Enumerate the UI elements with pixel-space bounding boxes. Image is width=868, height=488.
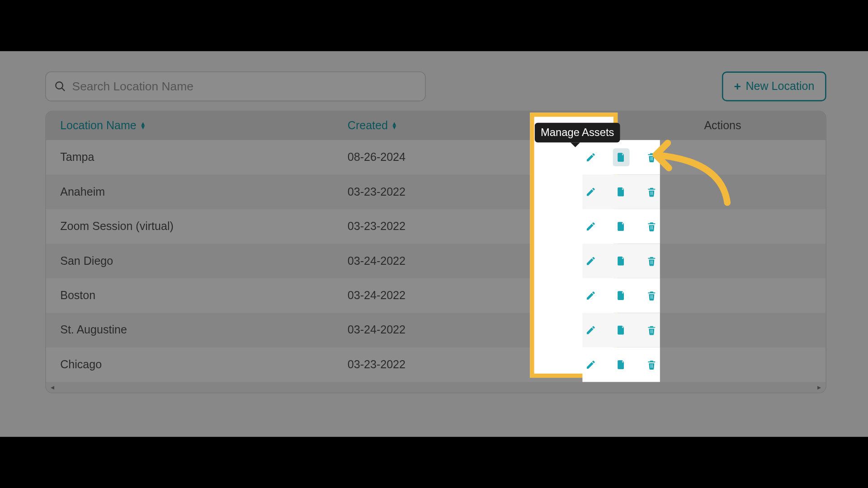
- trash-icon: [646, 187, 657, 197]
- manage-assets-button[interactable]: [613, 356, 629, 374]
- document-icon: [616, 187, 627, 197]
- pencil-icon: [585, 256, 596, 267]
- cell-actions: [582, 347, 660, 382]
- search-icon: [54, 80, 66, 92]
- search-input[interactable]: [72, 80, 417, 93]
- toolbar: + New Location: [45, 71, 826, 101]
- cell-actions: [582, 244, 660, 278]
- document-icon: [616, 221, 627, 232]
- delete-button[interactable]: [644, 217, 660, 235]
- horizontal-scrollbar[interactable]: ◄ ►: [46, 382, 826, 393]
- pencil-icon: [585, 187, 596, 197]
- table-row: Tampa08-26-2024: [46, 140, 826, 174]
- trash-icon: [646, 325, 657, 336]
- cell-location-name: Zoom Session (virtual): [46, 220, 348, 233]
- delete-button[interactable]: [644, 321, 660, 339]
- trash-icon: [646, 256, 657, 267]
- trash-icon: [646, 290, 657, 301]
- column-header-name[interactable]: Location Name ▲▼: [46, 119, 348, 132]
- search-box[interactable]: [45, 71, 425, 101]
- cell-location-name: Tampa: [46, 151, 348, 164]
- edit-button[interactable]: [582, 183, 599, 201]
- delete-button[interactable]: [644, 252, 660, 270]
- new-location-button[interactable]: + New Location: [722, 71, 826, 101]
- manage-assets-button[interactable]: [613, 252, 629, 270]
- sort-icon: ▲▼: [140, 122, 146, 129]
- column-header-created-label: Created: [348, 119, 388, 132]
- cell-created: 03-24-2022: [348, 324, 523, 337]
- edit-button[interactable]: [582, 217, 599, 235]
- edit-button[interactable]: [582, 148, 599, 166]
- document-icon: [616, 152, 627, 163]
- document-icon: [616, 290, 627, 301]
- table-header: Location Name ▲▼ Created ▲▼ Actions: [46, 112, 826, 140]
- cell-created: 03-24-2022: [348, 254, 523, 267]
- tooltip-manage-assets: Manage Assets: [535, 123, 620, 143]
- scroll-right-icon[interactable]: ►: [816, 384, 822, 391]
- scroll-left-icon[interactable]: ◄: [49, 384, 55, 391]
- cell-created: 03-23-2022: [348, 185, 523, 198]
- pencil-icon: [585, 152, 596, 163]
- pencil-icon: [585, 290, 596, 301]
- delete-button[interactable]: [644, 183, 660, 201]
- table-row: Chicago03-23-2022: [46, 347, 826, 382]
- delete-button[interactable]: [644, 148, 660, 166]
- delete-button[interactable]: [644, 286, 660, 305]
- pencil-icon: [585, 325, 596, 336]
- pencil-icon: [585, 359, 596, 370]
- cell-actions: [582, 140, 660, 174]
- table-row: Anaheim03-23-2022: [46, 174, 826, 209]
- trash-icon: [646, 152, 657, 163]
- document-icon: [616, 256, 627, 267]
- cell-actions: [582, 313, 660, 347]
- pencil-icon: [585, 221, 596, 232]
- manage-assets-button[interactable]: [613, 148, 629, 166]
- column-header-name-label: Location Name: [60, 119, 137, 132]
- cell-location-name: Boston: [46, 289, 348, 302]
- cell-created: 03-23-2022: [348, 220, 523, 233]
- cell-created: 03-24-2022: [348, 289, 523, 302]
- trash-icon: [646, 359, 657, 370]
- column-header-actions: Actions: [660, 119, 826, 132]
- document-icon: [616, 359, 627, 370]
- locations-table: Location Name ▲▼ Created ▲▼ Actions Tamp…: [45, 111, 826, 393]
- manage-assets-button[interactable]: [613, 286, 629, 305]
- trash-icon: [646, 221, 657, 232]
- new-location-label: New Location: [746, 80, 815, 93]
- manage-assets-button[interactable]: [613, 183, 629, 201]
- document-icon: [616, 325, 627, 336]
- cell-actions: [582, 174, 660, 209]
- table-row: San Diego03-24-2022: [46, 244, 826, 278]
- cell-location-name: St. Augustine: [46, 324, 348, 337]
- table-row: Boston03-24-2022: [46, 278, 826, 313]
- manage-assets-button[interactable]: [613, 217, 629, 235]
- cell-location-name: San Diego: [46, 254, 348, 267]
- cell-location-name: Anaheim: [46, 185, 348, 198]
- table-body: Tampa08-26-2024Anaheim03-23-2022Zoom Ses…: [46, 140, 826, 382]
- page-background: + New Location Location Name ▲▼ Created …: [0, 51, 868, 436]
- cell-created: 03-23-2022: [348, 358, 523, 371]
- cell-created: 08-26-2024: [348, 151, 523, 164]
- edit-button[interactable]: [582, 356, 599, 374]
- edit-button[interactable]: [582, 252, 599, 270]
- table-row: Zoom Session (virtual)03-23-2022: [46, 209, 826, 244]
- cell-location-name: Chicago: [46, 358, 348, 371]
- edit-button[interactable]: [582, 286, 599, 305]
- delete-button[interactable]: [644, 356, 660, 374]
- plus-icon: +: [734, 80, 741, 92]
- sort-icon: ▲▼: [392, 122, 397, 129]
- edit-button[interactable]: [582, 321, 599, 339]
- column-header-created[interactable]: Created ▲▼: [348, 119, 523, 132]
- cell-actions: [582, 278, 660, 313]
- cell-actions: [582, 209, 660, 244]
- table-row: St. Augustine03-24-2022: [46, 313, 826, 347]
- manage-assets-button[interactable]: [613, 321, 629, 339]
